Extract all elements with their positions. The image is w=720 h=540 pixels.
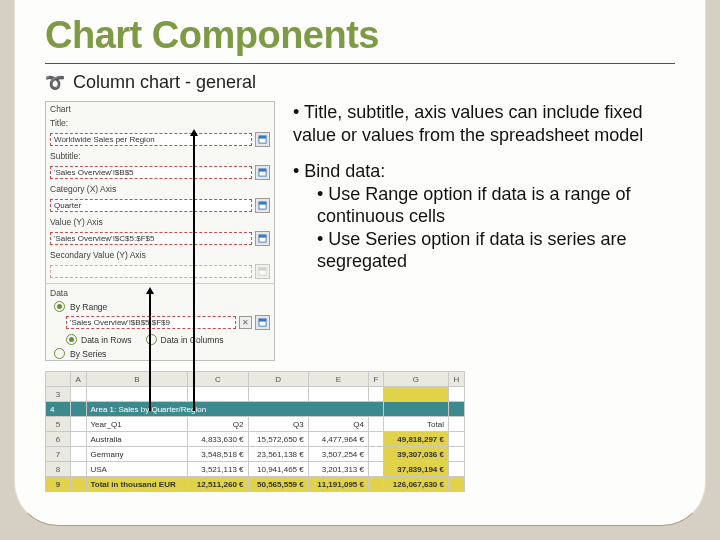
- cell: Year_Q1: [86, 417, 188, 432]
- range-picker-icon[interactable]: [255, 315, 270, 330]
- col-header: [46, 372, 71, 387]
- cell: Q2: [188, 417, 248, 432]
- col-header: B: [86, 372, 188, 387]
- clear-range-icon[interactable]: ✕: [239, 316, 252, 329]
- cell: [448, 417, 464, 432]
- col-header: D: [248, 372, 308, 387]
- cell: [71, 447, 87, 462]
- cell: [86, 387, 188, 402]
- cell: [368, 462, 383, 477]
- subtitle-field[interactable]: 'Sales Overview'!$B$5: [50, 166, 252, 179]
- cell: [368, 387, 383, 402]
- loop-bullet-icon: ➰: [45, 73, 65, 92]
- row-header: 3: [46, 387, 71, 402]
- cell: [71, 387, 87, 402]
- cell: [188, 387, 248, 402]
- cols-radio-icon[interactable]: [146, 334, 157, 345]
- title-label: Title:: [50, 118, 68, 128]
- secondary-y-field: [50, 265, 252, 278]
- by-series-option[interactable]: By Series: [46, 347, 274, 360]
- section-chart: Chart: [46, 102, 274, 116]
- row-header: 9: [46, 477, 71, 492]
- arrow-annotation-icon: [149, 293, 151, 411]
- value-y-picker-icon[interactable]: [255, 231, 270, 246]
- category-x-field[interactable]: Quarter: [50, 199, 252, 212]
- svg-rect-11: [259, 319, 266, 322]
- cell: Q3: [248, 417, 308, 432]
- cell: 10,941,465 €: [248, 462, 308, 477]
- row-header: 7: [46, 447, 71, 462]
- bullet-p2b: • Use Series option if data is series ar…: [317, 228, 675, 273]
- range-field[interactable]: 'Sales Overview'!$B$5:$F$9: [66, 316, 236, 329]
- radio-selected-icon: [54, 301, 65, 312]
- cell: [71, 477, 87, 492]
- cell: 11,191,095 €: [308, 477, 368, 492]
- bullet-p2: • Bind data:: [293, 160, 675, 183]
- value-y-field[interactable]: 'Sales Overview'!$C$5:$F$5: [50, 232, 252, 245]
- subtitle-picker-icon[interactable]: [255, 165, 270, 180]
- by-range-option[interactable]: By Range: [46, 300, 274, 313]
- cell: [383, 387, 448, 402]
- cell: [368, 432, 383, 447]
- section-data: Data: [46, 286, 274, 300]
- title-underline: [45, 63, 675, 64]
- svg-rect-7: [259, 235, 266, 238]
- cell: [448, 477, 464, 492]
- row-header: 4: [46, 402, 71, 417]
- title-field[interactable]: Worldwide Sales per Region: [50, 133, 252, 146]
- bullet-p2a: • Use Range option if data is a range of…: [317, 183, 675, 228]
- bullet-p1: • Title, subtitle, axis values can inclu…: [293, 101, 675, 146]
- col-header: F: [368, 372, 383, 387]
- subheading-text: Column chart - general: [73, 72, 256, 93]
- secondary-y-picker-icon: [255, 264, 270, 279]
- cell: [368, 477, 383, 492]
- svg-rect-9: [259, 268, 266, 271]
- title-picker-icon[interactable]: [255, 132, 270, 147]
- col-header: E: [308, 372, 368, 387]
- subheading: ➰ Column chart - general: [45, 72, 675, 93]
- cell: 37,839,194 €: [383, 462, 448, 477]
- cell: 3,521,113 €: [188, 462, 248, 477]
- cell: 39,307,036 €: [383, 447, 448, 462]
- col-header: A: [71, 372, 87, 387]
- cell: [368, 447, 383, 462]
- cell: 126,067,630 €: [383, 477, 448, 492]
- cell: Total: [383, 417, 448, 432]
- cell: [308, 387, 368, 402]
- spreadsheet-preview: ABCDEFGH34Area 1: Sales by Quarter/Regio…: [45, 371, 465, 492]
- data-in-cols-label: Data in Columns: [161, 335, 224, 345]
- row-header: 8: [46, 462, 71, 477]
- by-range-label: By Range: [70, 302, 107, 312]
- cell: 12,511,260 €: [188, 477, 248, 492]
- chart-properties-panel: Chart Title: Worldwide Sales per Region …: [45, 101, 275, 361]
- cell: [248, 387, 308, 402]
- cell: [368, 417, 383, 432]
- svg-rect-1: [259, 136, 266, 139]
- col-header: C: [188, 372, 248, 387]
- col-header: H: [448, 372, 464, 387]
- rows-radio-icon[interactable]: [66, 334, 77, 345]
- cell: [448, 387, 464, 402]
- value-y-label: Value (Y) Axis: [50, 217, 103, 227]
- cell: 3,507,254 €: [308, 447, 368, 462]
- page-title: Chart Components: [45, 14, 675, 57]
- arrow-annotation-icon: [193, 135, 195, 411]
- cell: USA: [86, 462, 188, 477]
- col-header: G: [383, 372, 448, 387]
- cell: [448, 462, 464, 477]
- radio-unselected-icon: [54, 348, 65, 359]
- cell: 50,565,559 €: [248, 477, 308, 492]
- cell: 4,477,964 €: [308, 432, 368, 447]
- cell: 3,201,313 €: [308, 462, 368, 477]
- svg-rect-5: [259, 202, 266, 205]
- cell: [71, 417, 87, 432]
- category-x-picker-icon[interactable]: [255, 198, 270, 213]
- cell: 15,572,650 €: [248, 432, 308, 447]
- row-header: 5: [46, 417, 71, 432]
- cell: 4,833,630 €: [188, 432, 248, 447]
- cell: 3,548,518 €: [188, 447, 248, 462]
- cell: Germany: [86, 447, 188, 462]
- cell: [448, 447, 464, 462]
- category-x-label: Category (X) Axis: [50, 184, 116, 194]
- cell: 23,561,138 €: [248, 447, 308, 462]
